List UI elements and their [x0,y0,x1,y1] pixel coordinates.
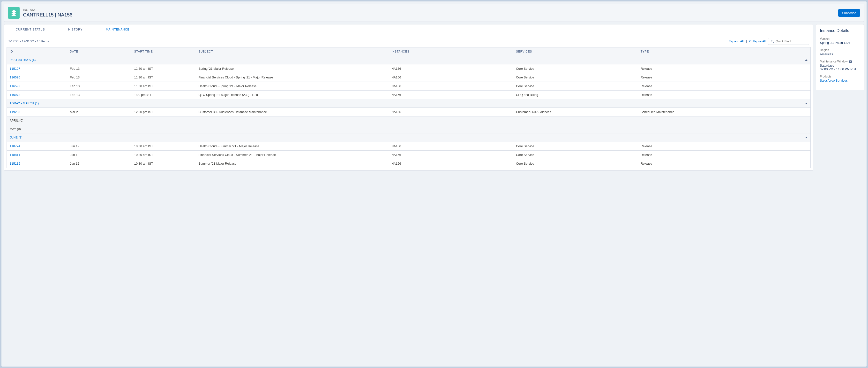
separator: | [746,39,747,43]
cell-date: Mar 21 [67,108,131,116]
id-link[interactable]: 118774 [10,144,20,148]
cell-instances: NA156 [389,108,513,116]
id-link[interactable]: 115107 [10,67,20,70]
id-link[interactable]: 116596 [10,76,20,79]
quick-find-input[interactable] [776,39,807,43]
cell-services: Core Service [513,159,638,168]
main-panel: CURRENT STATUS HISTORY MAINTENANCE 3/17/… [4,24,813,171]
cell-type: Release [638,82,810,90]
cell-type: Release [638,64,810,73]
maintenance-window-label: Maintenance Window [820,60,848,63]
cell-instances: NA156 [389,150,513,159]
cell-services: Core Service [513,142,638,150]
cell-start: 1:00 pm IST [131,90,196,99]
group-today-march[interactable]: TODAY - MARCH (1) [7,99,811,108]
table-row: 119283 Mar 21 12:00 pm IST Customer 360 … [7,108,811,116]
cell-type: Release [638,90,810,99]
maintenance-window-value-2: 07:00 PM - 11:00 PM PST [820,67,860,71]
search-icon [771,40,774,43]
id-link[interactable]: 116592 [10,84,20,88]
cell-type: Scheduled Maintenance [638,108,810,116]
version-label: Version [820,37,860,40]
group-may[interactable]: MAY (0) [7,125,811,133]
maintenance-window-value-1: Saturdays [820,64,860,67]
cell-start: 10:30 am IST [131,142,196,150]
date-range-summary: 3/17/21 - 12/31/22 • 10 Items [8,39,49,43]
col-subject: SUBJECT [195,48,389,56]
expand-all-link[interactable]: Expand All [728,39,743,43]
cell-subject: Customer 360 Audiences Database Maintena… [195,108,389,116]
region-label: Region [820,49,860,52]
tab-maintenance[interactable]: MAINTENANCE [94,24,141,35]
cell-date: Feb 13 [67,73,131,82]
subscribe-button[interactable]: Subscribe [838,9,860,17]
header-eyebrow: INSTANCE [23,8,72,11]
cell-services: Core Service [513,73,638,82]
cell-start: 12:00 pm IST [131,108,196,116]
cell-subject: Spring '21 Major Release [195,64,389,73]
group-april[interactable]: APRIL (0) [7,116,811,125]
cell-date: Feb 13 [67,82,131,90]
table-row: 116592 Feb 13 11:30 am IST Health Cloud … [7,82,811,90]
table-row: 115107 Feb 13 11:30 am IST Spring '21 Ma… [7,64,811,73]
group-past-33-days[interactable]: PAST 33 DAYS (4) [7,56,811,64]
maintenance-table: ID DATE START TIME SUBJECT INSTANCES SER… [6,47,811,168]
cell-instances: NA156 [389,82,513,90]
cell-subject: Financial Services Cloud - Summer '21 - … [195,150,389,159]
cell-instances: NA156 [389,64,513,73]
caret-up-icon [805,103,808,104]
cell-start: 10:30 am IST [131,150,196,159]
products-link[interactable]: Salesforce Services [820,79,860,82]
cell-instances: NA156 [389,73,513,82]
table-row: 115115 Jun 12 10:30 am IST Summer '21 Ma… [7,159,811,168]
cell-date: Feb 13 [67,90,131,99]
details-title: Instance Details [820,28,860,33]
cell-start: 11:30 am IST [131,64,196,73]
cell-subject: Health Cloud - Summer '21 - Major Releas… [195,142,389,150]
cell-start: 10:30 am IST [131,159,196,168]
tab-current-status[interactable]: CURRENT STATUS [4,24,57,35]
cell-services: Core Service [513,64,638,73]
col-type: TYPE [638,48,810,56]
cell-subject: Financial Services Cloud - Spring '21 - … [195,73,389,82]
cell-instances: NA156 [389,142,513,150]
cell-date: Jun 12 [67,159,131,168]
quick-find[interactable] [768,38,809,45]
id-link[interactable]: 115115 [10,162,20,165]
tab-history[interactable]: HISTORY [57,24,94,35]
table-row: 118774 Jun 12 10:30 am IST Health Cloud … [7,142,811,150]
cell-instances: NA156 [389,90,513,99]
instance-details-panel: Instance Details Version Spring '21 Patc… [816,24,864,90]
caret-up-icon [805,137,808,138]
id-link[interactable]: 119283 [10,110,20,114]
cell-subject: QTC Spring '21 Major Release (230) - R2a [195,90,389,99]
cell-services: Core Service [513,150,638,159]
col-start-time: START TIME [131,48,196,56]
cell-type: Release [638,159,810,168]
cell-services: Core Service [513,82,638,90]
table-row: 116978 Feb 13 1:00 pm IST QTC Spring '21… [7,90,811,99]
cell-start: 11:30 am IST [131,73,196,82]
collapse-all-link[interactable]: Collapse All [749,39,766,43]
cell-date: Feb 13 [67,64,131,73]
cell-services: Customer 360 Audiences [513,108,638,116]
info-icon[interactable]: i [849,60,852,63]
caret-up-icon [805,59,808,61]
group-june[interactable]: JUNE (3) [7,133,811,142]
instance-icon [8,7,20,19]
cell-start: 11:30 am IST [131,82,196,90]
table-row: 118811 Jun 12 10:30 am IST Financial Ser… [7,150,811,159]
col-services: SERVICES [513,48,638,56]
cell-subject: Summer '21 Major Release [195,159,389,168]
id-link[interactable]: 118811 [10,153,20,157]
col-date: DATE [67,48,131,56]
tabs: CURRENT STATUS HISTORY MAINTENANCE [4,24,813,35]
products-label: Products [820,75,860,78]
col-instances: INSTANCES [389,48,513,56]
id-link[interactable]: 116978 [10,93,20,96]
cell-date: Jun 12 [67,150,131,159]
cell-date: Jun 12 [67,142,131,150]
cell-type: Release [638,142,810,150]
col-id: ID [7,48,67,56]
cell-subject: Health Cloud - Spring '21 - Major Releas… [195,82,389,90]
